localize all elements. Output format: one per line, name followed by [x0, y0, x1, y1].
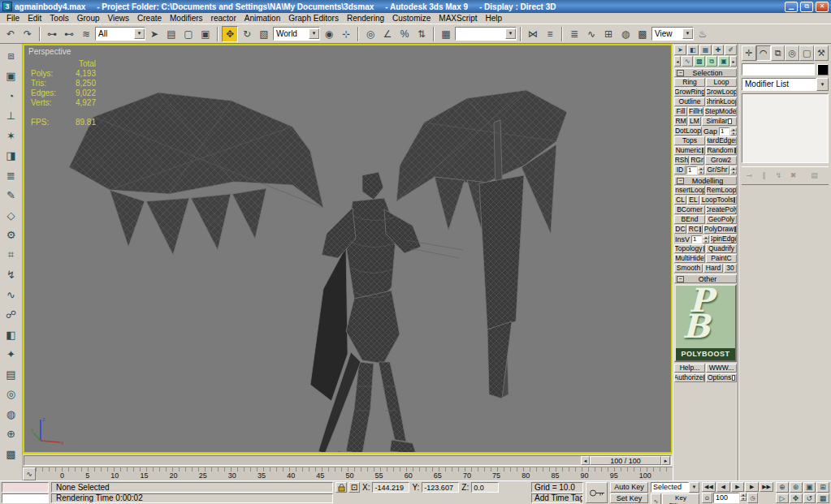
- polydraw-checkbox[interactable]: [734, 226, 736, 232]
- pb-id-button[interactable]: ID: [674, 166, 686, 174]
- curve-editor-icon[interactable]: ∿: [583, 26, 599, 42]
- mirror-icon[interactable]: ⋈: [525, 26, 541, 42]
- key-filters-button[interactable]: Key Filters...: [662, 493, 699, 504]
- spinner-snap-icon[interactable]: ⇅: [413, 26, 430, 42]
- zoom-extents-all-icon[interactable]: ⊞: [816, 482, 829, 493]
- polyboost-scroll-left-icon[interactable]: ◂: [674, 56, 681, 67]
- mini-curve-editor-icon[interactable]: ∿: [23, 467, 36, 480]
- pb-dc-button[interactable]: DC: [674, 225, 686, 234]
- time-slider-handle[interactable]: 100 / 100: [590, 456, 661, 465]
- time-slider-prev-icon[interactable]: ◂: [581, 456, 590, 465]
- polyboost-tool-icon[interactable]: ⧉: [706, 56, 717, 67]
- left-toolbar-button[interactable]: ⊕: [2, 424, 21, 445]
- zoom-all-icon[interactable]: ⊛: [790, 482, 803, 493]
- show-end-result-icon[interactable]: ∥: [758, 170, 770, 181]
- menu-item[interactable]: Edit: [24, 14, 45, 23]
- listener-macro-line[interactable]: [2, 482, 49, 493]
- left-toolbar-button[interactable]: ≣: [2, 166, 21, 186]
- dropdown-arrow-icon[interactable]: ▼: [134, 28, 145, 39]
- select-object-icon[interactable]: ➤: [146, 26, 162, 42]
- select-and-link-icon[interactable]: ⊶: [44, 26, 60, 42]
- listener-script-line[interactable]: [2, 493, 49, 504]
- rectangular-region-icon[interactable]: ▢: [180, 26, 197, 42]
- zoom-extents-icon[interactable]: ▣: [803, 482, 816, 493]
- modifier-stack[interactable]: [742, 93, 829, 163]
- options-checkbox[interactable]: [732, 375, 735, 381]
- dropdown-arrow-icon[interactable]: ▼: [689, 482, 699, 493]
- id-value-field[interactable]: 1: [686, 166, 697, 174]
- pb-remloop-button[interactable]: RemLoop: [706, 186, 737, 195]
- go-to-start-icon[interactable]: ◀◀: [702, 482, 716, 492]
- grshr-spinner[interactable]: ▲▼: [730, 166, 737, 174]
- polyboost-tool-icon[interactable]: ▩: [694, 56, 705, 67]
- undo-icon[interactable]: ↶: [2, 26, 19, 42]
- left-toolbar-button[interactable]: ▩: [2, 444, 21, 464]
- menu-item[interactable]: MAXScript: [435, 14, 481, 23]
- time-configuration-icon[interactable]: ◷: [747, 493, 758, 503]
- layer-manager-icon[interactable]: ≣: [566, 26, 582, 42]
- numeric-checkbox[interactable]: [702, 148, 703, 153]
- left-toolbar-button[interactable]: ✦: [2, 345, 21, 365]
- object-color-swatch[interactable]: [817, 64, 829, 75]
- pin-stack-icon[interactable]: ⊸: [743, 170, 755, 181]
- pb-rc-button[interactable]: RC: [687, 225, 703, 234]
- select-and-move-icon[interactable]: ✥: [222, 26, 238, 42]
- left-toolbar-button[interactable]: ◨: [2, 146, 21, 166]
- pb-cl-button[interactable]: CL: [674, 196, 686, 205]
- unlink-selection-icon[interactable]: ⊷: [61, 26, 77, 42]
- configure-modifier-sets-icon[interactable]: ▤: [808, 170, 820, 181]
- selection-lock-icon[interactable]: [335, 482, 347, 493]
- polyboost-scroll-right-icon[interactable]: ▸: [730, 56, 737, 67]
- material-editor-icon[interactable]: ◍: [617, 26, 634, 42]
- select-and-manipulate-icon[interactable]: ⊹: [338, 26, 354, 42]
- arc-rotate-icon[interactable]: ↺: [803, 493, 816, 504]
- modifier-list-dropdown[interactable]: Modifier List ▼: [742, 78, 829, 91]
- pb-grshr-button[interactable]: Gr/Shr: [705, 166, 729, 174]
- polyboost-mode-icon[interactable]: ✚: [712, 45, 725, 55]
- default-in-out-tangent-icon[interactable]: ∿: [651, 493, 661, 504]
- menu-item[interactable]: Help: [482, 14, 507, 23]
- make-unique-icon[interactable]: ↯: [773, 170, 785, 181]
- pb-fill-button[interactable]: Fill: [674, 107, 687, 116]
- pb-random-button[interactable]: Random: [706, 146, 737, 155]
- tab-modify[interactable]: ◠: [756, 45, 771, 61]
- menu-item[interactable]: Modifiers: [166, 14, 207, 23]
- angle-snap-icon[interactable]: ∠: [379, 26, 396, 42]
- pb-bend-button[interactable]: BEnd: [674, 215, 705, 224]
- selection-rollout-header[interactable]: − Selection: [674, 68, 737, 77]
- polyboost-tool-icon[interactable]: ∿: [682, 56, 693, 67]
- percent-snap-icon[interactable]: %: [396, 26, 413, 42]
- similar-checkbox[interactable]: [728, 118, 732, 124]
- menu-item[interactable]: Rendering: [343, 14, 388, 23]
- schematic-view-icon[interactable]: ⊞: [600, 26, 617, 42]
- key-mode-toggle-icon[interactable]: ⊙: [702, 493, 712, 503]
- pb-www-button[interactable]: WWW...: [706, 364, 737, 373]
- pb-help-button[interactable]: Help...: [674, 364, 705, 373]
- pb-hardedges-button[interactable]: HardEdges: [706, 136, 737, 145]
- tab-hierarchy[interactable]: ⧉: [771, 45, 786, 61]
- window-crossing-icon[interactable]: ▣: [197, 26, 214, 42]
- dropdown-arrow-icon[interactable]: ▼: [505, 28, 516, 39]
- pb-lm-button[interactable]: LM: [688, 117, 701, 126]
- time-slider-track[interactable]: ◂ 100 / 100 ▸: [24, 455, 672, 466]
- left-toolbar-button[interactable]: ✎: [2, 186, 21, 206]
- select-and-rotate-icon[interactable]: ↻: [239, 26, 255, 42]
- polyboost-mode-icon[interactable]: ◧: [687, 45, 699, 55]
- pb-shrinkloop-button[interactable]: ShrinkLoop: [706, 97, 737, 106]
- pb-30-button[interactable]: 30: [724, 264, 737, 273]
- authorize-checkbox[interactable]: [703, 375, 705, 381]
- pb-looptools-button[interactable]: LoopTools: [700, 196, 737, 205]
- reference-coordinate-dropdown[interactable]: World ▼: [273, 27, 320, 41]
- pb-fillh-button[interactable]: FillH: [688, 107, 703, 116]
- set-key-button[interactable]: Set Key: [610, 493, 648, 504]
- tab-utilities[interactable]: ⚒: [814, 45, 829, 61]
- pb-numeric-button[interactable]: Numeric: [674, 146, 705, 155]
- pb-grow2-button[interactable]: Grow2: [705, 156, 737, 165]
- remove-modifier-icon[interactable]: ✖: [787, 170, 799, 181]
- key-mode-dropdown[interactable]: Selected ▼: [651, 482, 699, 493]
- quick-render-teapot-icon[interactable]: ♨: [695, 26, 711, 42]
- viewport-label[interactable]: Perspective: [28, 47, 71, 56]
- current-frame-field[interactable]: 100: [713, 493, 739, 503]
- pb-paintc-button[interactable]: PaintC: [706, 254, 737, 263]
- next-frame-icon[interactable]: ▶: [745, 482, 759, 492]
